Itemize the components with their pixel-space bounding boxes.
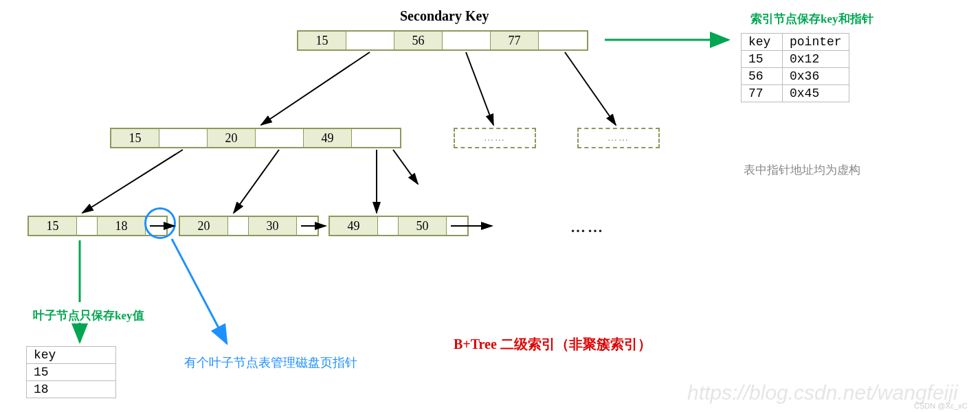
dashed-placeholder-1: …… (454, 128, 536, 148)
header-pointer: pointer (783, 34, 849, 51)
leaf3-cell-2: 50 (399, 217, 447, 235)
root-node: 15 56 77 (297, 30, 588, 51)
index-node-label: 索引节点保存key和指针 (750, 11, 873, 27)
leaf3-cell-1: 49 (330, 217, 378, 235)
root-cell-2: 56 (394, 32, 443, 49)
internal-gap-1 (159, 129, 208, 147)
header-key: key (742, 34, 783, 51)
diagram-title: Secondary Key (400, 8, 489, 24)
internal-cell-3: 49 (304, 129, 352, 147)
root-gap-3 (539, 32, 587, 49)
header-key: key (27, 347, 116, 364)
attribution: CSDN @Xc_xC (914, 402, 968, 410)
table-row: 15 0x12 (742, 51, 849, 68)
cell: 0x45 (783, 85, 849, 102)
internal-cell-1: 15 (111, 129, 159, 147)
leaf2-cell-2: 30 (249, 217, 297, 235)
root-cell-1: 15 (298, 32, 346, 49)
cell: 77 (742, 85, 783, 102)
svg-line-7 (393, 150, 418, 184)
cell: 18 (27, 381, 116, 398)
table-row: key pointer (742, 34, 849, 51)
leaf1-cell-1: 15 (29, 217, 77, 235)
svg-line-5 (234, 150, 279, 213)
root-cell-3: 77 (491, 32, 539, 49)
root-gap-2 (443, 32, 491, 49)
highlight-circle-icon (144, 207, 176, 239)
leaf1-gap-1 (77, 217, 98, 235)
leaf2-gap-2 (297, 217, 318, 235)
svg-line-4 (82, 150, 183, 213)
leaf-node-label: 叶子节点只保存key值 (33, 308, 144, 323)
svg-line-3 (565, 52, 616, 125)
cell: 56 (742, 68, 783, 85)
leaf-node-3: 49 50 (328, 216, 469, 236)
cell: 15 (27, 364, 116, 381)
leaf-pointer-label: 有个叶子节点表管理磁盘页指针 (184, 354, 357, 371)
svg-line-2 (466, 52, 493, 125)
svg-line-13 (172, 239, 227, 343)
table-row: 77 0x45 (742, 85, 849, 102)
table-row: key (27, 347, 116, 364)
cell: 0x12 (783, 51, 849, 68)
internal-cell-2: 20 (208, 129, 256, 147)
leaf2-gap-1 (228, 217, 249, 235)
index-type-label: B+Tree 二级索引（非聚簇索引） (454, 335, 652, 354)
leaf1-cell-2: 18 (98, 217, 146, 235)
leaf-node-2: 20 30 (179, 216, 319, 236)
leaf3-gap-2 (447, 217, 467, 235)
internal-node: 15 20 49 (110, 128, 401, 148)
table-row: 18 (27, 381, 116, 398)
ellipsis-dots: …… (570, 218, 605, 236)
cell: 0x36 (783, 68, 849, 85)
leaf3-gap-1 (378, 217, 399, 235)
internal-gap-2 (256, 129, 304, 147)
root-gap-1 (346, 32, 394, 49)
leaf2-cell-1: 20 (180, 217, 228, 235)
internal-gap-3 (352, 129, 400, 147)
table-row: 56 0x36 (742, 68, 849, 85)
cell: 15 (742, 51, 783, 68)
dashed-placeholder-2: …… (577, 128, 660, 148)
note-label: 表中指针地址均为虚构 (744, 162, 860, 178)
watermark: https://blog.csdn.net/wangfeiji (687, 381, 958, 404)
table-row: 15 (27, 364, 116, 381)
svg-line-1 (261, 52, 370, 125)
leaf-key-table: key 15 18 (26, 346, 116, 398)
pointer-table: key pointer 15 0x12 56 0x36 77 0x45 (741, 33, 849, 102)
